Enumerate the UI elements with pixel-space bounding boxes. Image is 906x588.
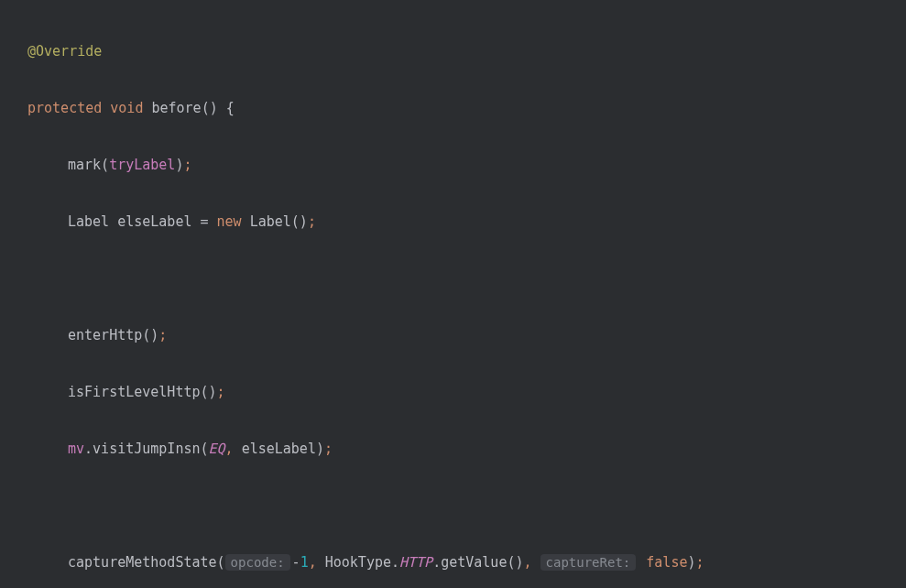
code-line: mv.visitJumpInsn(EQ, elseLabel); — [27, 435, 906, 463]
code-line: protected void before() { — [27, 94, 906, 123]
param-hint-captureret: captureRet: — [540, 554, 637, 571]
code-line: enterHttp(); — [27, 321, 906, 350]
method-before: before — [151, 100, 201, 116]
code-line: captureMethodState(opcode:-1, HookType.H… — [27, 549, 906, 577]
code-line: mark(tryLabel); — [27, 151, 906, 180]
code-line: isFirstLevelHttp(); — [27, 378, 906, 407]
code-line: @Override — [27, 38, 906, 66]
code-line-empty — [27, 265, 906, 293]
code-editor[interactable]: @Override protected void before() { mark… — [0, 9, 906, 588]
code-line-empty — [27, 492, 906, 520]
annotation-override: @Override — [27, 43, 102, 60]
param-hint-opcode: opcode: — [225, 554, 290, 571]
code-line: Label elseLabel = new Label(); — [27, 208, 906, 236]
